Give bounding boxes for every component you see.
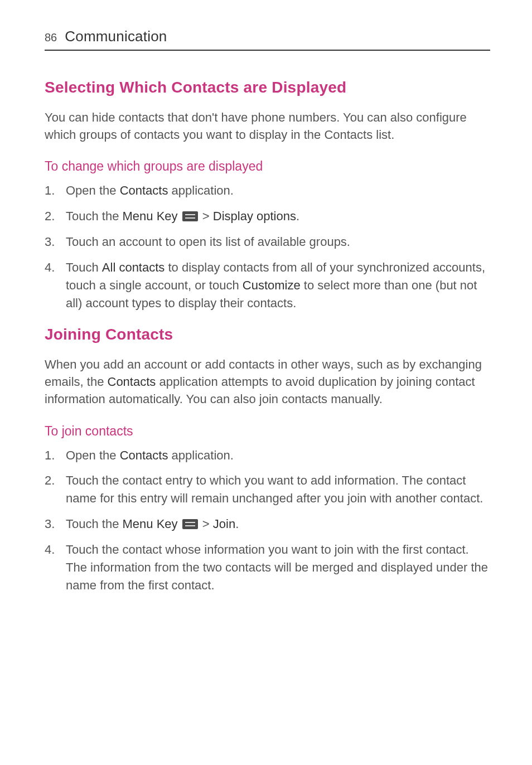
step-text: Touch the contact entry to which you wan… <box>66 473 483 505</box>
list-item: Touch the contact whose information you … <box>45 541 490 594</box>
intro-selecting: You can hide contacts that don't have ph… <box>45 109 490 143</box>
step-text: Touch the <box>66 517 123 531</box>
intro-keyword-contacts: Contacts <box>108 375 156 389</box>
list-item: Touch All contacts to display contacts f… <box>45 259 490 312</box>
heading-selecting: Selecting Which Contacts are Displayed <box>45 79 490 96</box>
page-number: 86 <box>45 31 57 44</box>
list-item: Touch the Menu Key > Display options. <box>45 207 490 225</box>
step-text: . <box>235 517 239 531</box>
subheading-join-contacts: To join contacts <box>45 424 490 439</box>
step-keyword-menu-key: Menu Key <box>123 517 178 531</box>
step-keyword-join: Join <box>213 517 235 531</box>
list-item: Open the Contacts application. <box>45 447 490 464</box>
step-keyword-customize: Customize <box>243 278 301 292</box>
step-text: Touch <box>66 260 102 274</box>
steps-change-groups: Open the Contacts application. Touch the… <box>45 182 490 312</box>
step-text: > <box>199 209 213 223</box>
step-keyword-all-contacts: All contacts <box>102 260 165 274</box>
step-text: Open the <box>66 448 120 462</box>
step-keyword-contacts: Contacts <box>120 183 168 197</box>
step-text: Touch the contact whose information you … <box>66 543 488 592</box>
step-text: Touch the <box>66 209 123 223</box>
step-keyword-display-options: Display options <box>213 209 296 223</box>
menu-key-icon <box>182 519 198 529</box>
list-item: Touch an account to open its list of ava… <box>45 233 490 251</box>
list-item: Open the Contacts application. <box>45 182 490 200</box>
steps-join-contacts: Open the Contacts application. Touch the… <box>45 447 490 594</box>
page: 86 Communication Selecting Which Contact… <box>0 0 532 765</box>
heading-joining: Joining Contacts <box>45 326 490 343</box>
intro-joining: When you add an account or add contacts … <box>45 356 490 408</box>
step-text: application. <box>168 183 233 197</box>
step-text: . <box>296 209 299 223</box>
subheading-change-groups: To change which groups are displayed <box>45 159 490 174</box>
chapter-title: Communication <box>65 28 167 45</box>
step-text: > <box>199 517 213 531</box>
step-text: Open the <box>66 183 120 197</box>
header-divider <box>45 50 490 51</box>
step-keyword-menu-key: Menu Key <box>123 209 178 223</box>
list-item: Touch the Menu Key > Join. <box>45 515 490 533</box>
step-text: Touch an account to open its list of ava… <box>66 235 350 249</box>
page-header: 86 Communication <box>45 28 490 45</box>
list-item: Touch the contact entry to which you wan… <box>45 472 490 507</box>
step-text: application. <box>168 448 233 462</box>
menu-key-icon <box>182 211 198 221</box>
step-keyword-contacts: Contacts <box>120 448 168 462</box>
